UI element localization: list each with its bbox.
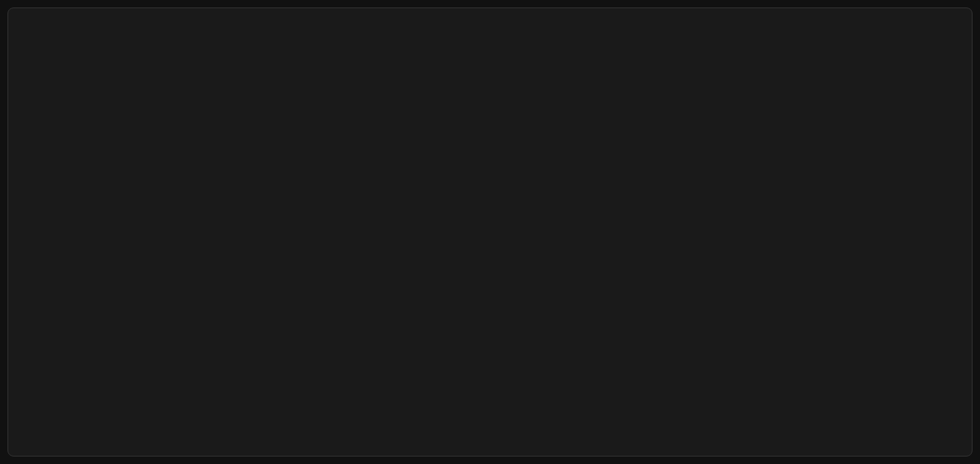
diagram-container (7, 7, 973, 457)
connections-svg (8, 8, 972, 456)
